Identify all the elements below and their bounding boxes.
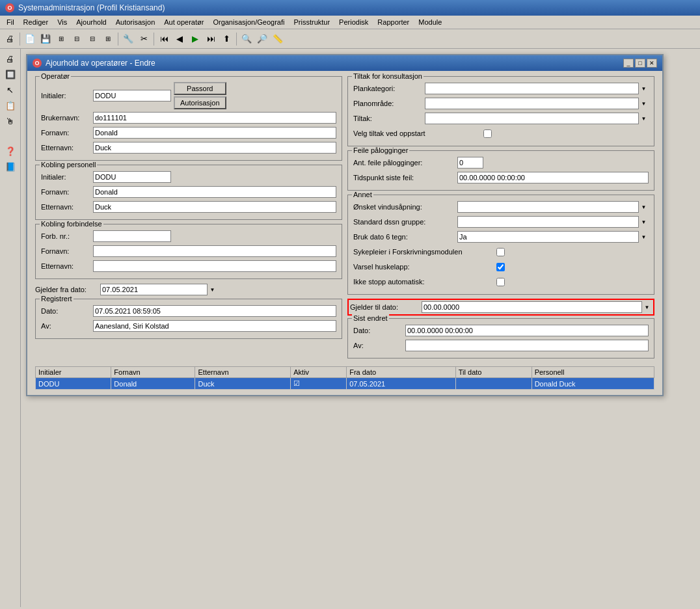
operator-fornavn-label: Fornavn: [41, 129, 93, 137]
reg-dato-label: Dato: [41, 307, 93, 315]
sist-av-label: Av: [353, 342, 405, 349]
kf-fornavn-input[interactable] [93, 245, 336, 257]
gjelder-til-row: Gjelder til dato: 00.00.0000 ▼ [347, 299, 654, 316]
feile-content: Ant. feile pålogginger: Tidspunkt siste … [353, 154, 649, 184]
operator-brukernavn-input[interactable] [93, 112, 336, 124]
reg-av-input[interactable] [93, 320, 336, 332]
tiltak-select[interactable] [425, 113, 649, 124]
operator-table: Initialer Fornavn Etternavn Aktiv Fra da… [35, 366, 654, 390]
menu-module[interactable]: Module [414, 17, 446, 27]
sykepleier-checkbox[interactable] [496, 248, 505, 256]
onsket-label: Ønsket vindusåpning: [353, 203, 457, 211]
dialog-minimize-btn[interactable]: _ [623, 59, 634, 68]
menu-aut-operator[interactable]: Aut operatør [160, 17, 208, 27]
ant-feile-input[interactable] [457, 157, 483, 169]
ant-feile-row: Ant. feile pålogginger: [353, 156, 649, 169]
menu-organisasjon[interactable]: Organisasjon/Geografi [209, 17, 288, 27]
kf-forbnr-input[interactable] [93, 230, 171, 242]
toolbar-first[interactable]: ⏮ [157, 32, 171, 46]
kp-initials-input[interactable] [93, 171, 171, 183]
sidebar-arrow-icon[interactable]: ↖ [3, 83, 18, 97]
toolbar-save[interactable]: 💾 [38, 32, 53, 46]
menu-autorisasjon[interactable]: Autorisasjon [112, 17, 159, 27]
toolbar-sep-2 [118, 33, 118, 46]
toolbar-scissors[interactable]: ✂ [137, 32, 151, 46]
kobling-forbindelse-title: Kobling forbindelse [40, 220, 103, 228]
toolbar-wrench[interactable]: 🔧 [121, 32, 135, 46]
operator-fornavn-input[interactable] [93, 127, 336, 139]
onsket-select[interactable] [457, 201, 649, 213]
sidebar-print-icon[interactable]: 🖨 [3, 51, 18, 66]
ikke-stopp-checkbox[interactable] [496, 278, 505, 286]
col-til-dato: Til dato [455, 367, 532, 378]
gjelder-til-wrapper: 00.00.0000 ▼ [422, 301, 652, 313]
toolbar-zoom-out[interactable]: 🔎 [255, 32, 269, 46]
toolbar-add-row[interactable]: ⊞ [54, 32, 68, 46]
dialog-restore-btn[interactable]: □ [635, 59, 645, 68]
sidebar-question-icon[interactable]: ❓ [3, 144, 18, 158]
sist-av-input[interactable] [405, 340, 649, 351]
kp-etternavn-input[interactable] [93, 201, 336, 213]
panel-left: Operatør Initialer: Passord Autorisasjon [35, 76, 342, 362]
autorisasjon-button[interactable]: Autorisasjon [174, 96, 226, 109]
toolbar-ruler[interactable]: 📏 [271, 32, 285, 46]
sidebar-book-icon[interactable]: 📘 [3, 159, 18, 174]
toolbar-remove-row[interactable]: ⊟ [70, 32, 84, 46]
plankategori-select[interactable] [425, 83, 649, 94]
dialog-title: Ajourhold av operatører - Endre [46, 59, 155, 68]
menu-ajourhold[interactable]: Ajourhold [72, 17, 110, 27]
toolbar-sep-1 [20, 33, 20, 46]
kf-fornavn-row: Fornavn: [41, 245, 336, 258]
tidspunkt-input[interactable] [457, 172, 649, 183]
standard-dssn-row: Standard dssn gruppe: ▼ [353, 215, 649, 228]
col-aktiv: Aktiv [291, 367, 347, 378]
sidebar-page-icon[interactable]: 🔲 [3, 67, 18, 81]
bruk-dato-select[interactable]: Ja Nei [457, 231, 649, 243]
toolbar-copy[interactable]: ⊟ [85, 32, 100, 46]
gjelder-til-select[interactable]: 00.00.0000 [422, 301, 652, 313]
menu-fil[interactable]: Fil [3, 17, 18, 27]
registrert-content: Dato: Av: [41, 302, 336, 332]
toolbar-paste[interactable]: ⊞ [101, 32, 115, 46]
toolbar-print[interactable]: 🖨 [3, 32, 17, 46]
title-bar: O Systemadministrasjon (Profil Kristians… [0, 0, 700, 16]
toolbar-last[interactable]: ⏭ [204, 32, 218, 46]
toolbar-prev[interactable]: ◀ [172, 32, 187, 46]
toolbar-zoom-in[interactable]: 🔍 [239, 32, 254, 46]
planomrade-wrapper: ▼ [425, 98, 649, 109]
toolbar-up[interactable]: ⬆ [219, 32, 234, 46]
menu-rediger[interactable]: Rediger [20, 17, 53, 27]
kf-etternavn-input[interactable] [93, 260, 336, 272]
tiltak-row: Tiltak: ▼ [353, 112, 649, 125]
dialog-titlebar-left: O Ajourhold av operatører - Endre [33, 59, 155, 68]
menu-periodisk[interactable]: Periodisk [335, 17, 372, 27]
standard-dssn-select[interactable] [457, 216, 649, 228]
dialog-close-btn[interactable]: ✕ [647, 59, 657, 68]
menu-rapporter[interactable]: Rapporter [373, 17, 413, 27]
ikke-stopp-row: Ikke stopp automatisk: [353, 275, 649, 288]
planomrade-select[interactable] [425, 98, 649, 109]
toolbar-sep-4 [236, 33, 237, 46]
menu-prisstruktur[interactable]: Prisstruktur [289, 17, 334, 27]
gjelder-fra-select[interactable]: 07.05.2021 [100, 284, 217, 295]
operator-initials-input[interactable] [93, 90, 171, 102]
sidebar-cursor-icon[interactable]: 🖱 [3, 114, 18, 128]
sidebar-clipboard-icon[interactable]: 📋 [3, 98, 18, 113]
menu-vis[interactable]: Vis [53, 17, 71, 27]
feile-group: Feile pålogginger Ant. feile pålogginger… [347, 150, 654, 191]
toolbar: 🖨 📄 💾 ⊞ ⊟ ⊟ ⊞ 🔧 ✂ ⏮ ◀ ▶ ⏭ ⬆ 🔍 🔎 📏 [0, 29, 700, 49]
toolbar-new[interactable]: 📄 [23, 32, 37, 46]
table-row[interactable]: DODUDonaldDuck☑07.05.2021Donald Duck [36, 378, 654, 390]
dialog-icon: O [33, 59, 42, 68]
annet-group: Annet Ønsket vindusåpning: ▼ [347, 195, 654, 295]
reg-av-row: Av: [41, 319, 336, 332]
registrert-group: Registrert Dato: Av: [35, 299, 342, 339]
passord-button[interactable]: Passord [174, 82, 226, 95]
operator-etternavn-input[interactable] [93, 142, 336, 154]
toolbar-play[interactable]: ▶ [188, 32, 202, 46]
varsel-checkbox[interactable] [496, 263, 505, 271]
sist-dato-input[interactable] [405, 325, 649, 336]
reg-dato-input[interactable] [93, 305, 336, 317]
velg-tiltak-checkbox[interactable] [483, 129, 492, 138]
kp-fornavn-input[interactable] [93, 186, 336, 198]
